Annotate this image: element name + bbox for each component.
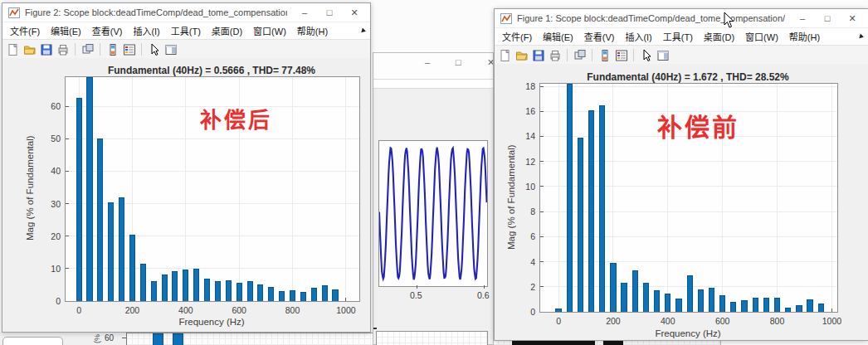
x-tick-label: 600: [711, 316, 734, 326]
menu-edit[interactable]: 编辑(E): [51, 24, 81, 37]
menu-edit[interactable]: 编辑(E): [543, 30, 573, 43]
menu-window[interactable]: 窗口(W): [253, 24, 286, 37]
y-tick-label: 20: [51, 231, 61, 241]
bottom-figure-ylabel-fragment: (%: [93, 333, 101, 345]
new-figure-icon[interactable]: [6, 42, 20, 56]
dock-figure-icon[interactable]: [163, 42, 178, 56]
insert-colorbar-icon[interactable]: [597, 48, 612, 62]
menu-help[interactable]: 帮助(H): [297, 24, 328, 37]
open-file-icon[interactable]: [514, 48, 529, 62]
save-figure-icon[interactable]: [531, 48, 545, 62]
bar: [108, 202, 114, 301]
tick-mark: [558, 309, 559, 312]
x-tick-label: 0: [67, 305, 90, 315]
print-figure-icon[interactable]: [56, 42, 70, 56]
y-tick-label: 8: [530, 207, 535, 216]
y-axis-label: Mag (% of Fundamental): [506, 83, 518, 311]
grid-line: [540, 211, 837, 212]
x-tick-label: 200: [120, 305, 144, 315]
bar: [151, 281, 157, 301]
background-dark-window-fragment: [512, 341, 595, 345]
title-bar[interactable]: Figure 1: Scope block:deadTimeComp/dead_…: [495, 9, 868, 27]
menu-insert[interactable]: 插入(I): [625, 30, 651, 43]
tick-mark: [66, 301, 69, 302]
close-button[interactable]: ✕: [487, 57, 493, 68]
bar: [311, 288, 317, 301]
bar: [183, 270, 188, 301]
menu-view[interactable]: 查看(V): [584, 30, 615, 43]
title-bar[interactable]: Figure 2: Scope block:deadTimeComp/dead_…: [2, 3, 370, 22]
save-figure-icon[interactable]: [39, 42, 53, 56]
close-button[interactable]: ✕: [840, 10, 865, 27]
menu-tools[interactable]: 工具(T): [171, 24, 201, 37]
bar: [226, 280, 232, 301]
y-axis-label: Mag (% of Fundamental): [25, 76, 37, 300]
insert-legend-icon[interactable]: [122, 42, 136, 56]
bar: [654, 290, 660, 312]
x-axis-label: Frequency (Hz): [539, 328, 836, 338]
bar: [204, 279, 210, 301]
x-tick-label: 200: [602, 316, 625, 326]
tick-mark: [722, 309, 723, 312]
matlab-figure-icon: [8, 7, 20, 18]
y-tick-label: 4: [530, 257, 535, 267]
print-figure-icon[interactable]: [548, 48, 562, 62]
x-tick-label: 400: [656, 316, 680, 326]
menu-overflow-icon[interactable]: [859, 33, 864, 39]
menu-file[interactable]: 文件(F): [502, 30, 532, 43]
scope-toolbar-strip: [373, 80, 493, 89]
maximize-button[interactable]: □: [317, 4, 342, 21]
tick-mark: [66, 236, 69, 236]
y-tick-label: 60: [51, 101, 61, 111]
grid-line: [540, 261, 837, 262]
tick-mark: [540, 111, 544, 112]
annotation-before-compensation: 补偿前: [657, 107, 739, 143]
pointer-icon[interactable]: [639, 48, 653, 62]
minimize-button[interactable]: –: [425, 57, 430, 67]
new-figure-icon[interactable]: [498, 48, 512, 62]
menu-help[interactable]: 帮助(H): [789, 30, 820, 43]
link-plot-icon[interactable]: [80, 42, 95, 56]
minimize-button[interactable]: –: [790, 10, 815, 27]
tick-mark: [540, 136, 544, 137]
insert-legend-icon[interactable]: [614, 48, 628, 62]
desktop: (% 60 – □ ✕ 0.5 0.6: [0, 0, 868, 345]
y-tick-label: 16: [525, 106, 535, 116]
bar: [162, 275, 168, 301]
insert-colorbar-icon[interactable]: [105, 42, 119, 56]
grid-line: [558, 84, 559, 312]
bar: [753, 298, 758, 312]
menu-tools[interactable]: 工具(T): [663, 30, 693, 43]
menu-desktop[interactable]: 桌面(D): [704, 30, 734, 43]
link-plot-icon[interactable]: [573, 48, 587, 62]
bar: [610, 263, 616, 312]
tick-mark: [66, 171, 69, 172]
scope-second-plot: [376, 331, 488, 345]
menu-window[interactable]: 窗口(W): [745, 30, 778, 43]
tick-mark: [777, 309, 778, 312]
bar: [807, 299, 812, 312]
tick-mark: [132, 298, 133, 301]
tick-mark: [79, 298, 80, 301]
toolbar-separator: [100, 43, 100, 56]
menu-view[interactable]: 查看(V): [92, 24, 123, 37]
tick-mark: [540, 86, 544, 87]
menu-overflow-icon[interactable]: [361, 27, 366, 33]
figure2-window: Figure 2: Scope block:deadTimeComp/dead_…: [2, 2, 371, 333]
dock-figure-icon[interactable]: [656, 48, 670, 62]
tick-mark: [540, 261, 544, 262]
y-tick-label: 12: [525, 157, 535, 167]
menu-desktop[interactable]: 桌面(D): [212, 24, 242, 37]
open-file-icon[interactable]: [22, 42, 37, 56]
minimize-button[interactable]: –: [292, 4, 317, 21]
maximize-button[interactable]: □: [456, 57, 461, 67]
menu-insert[interactable]: 插入(I): [133, 24, 159, 37]
scope-title-bar[interactable]: – □ ✕: [373, 53, 493, 80]
pointer-icon[interactable]: [147, 42, 161, 56]
tick-mark: [540, 236, 544, 237]
close-button[interactable]: ✕: [342, 4, 367, 21]
maximize-button[interactable]: □: [815, 10, 840, 27]
menu-file[interactable]: 文件(F): [10, 24, 40, 37]
tick-mark: [540, 286, 544, 287]
bar: [687, 275, 693, 312]
